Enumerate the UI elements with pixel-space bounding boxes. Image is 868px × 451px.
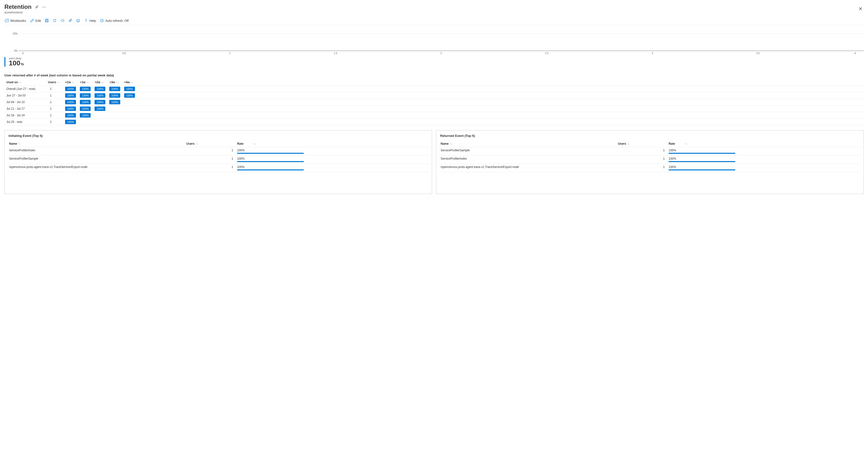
col-rate[interactable]: Rate↑↓: [667, 140, 861, 147]
table-row[interactable]: Overall (Jun 27 - now)1100%100%100%100%1…: [4, 86, 864, 92]
cell-week: 100%: [93, 99, 107, 105]
initiating-table: Name↑↓ Users↑↓ Rate↑↓ ServiceProfilerInd…: [7, 140, 429, 172]
cell-week-empty: [107, 119, 122, 125]
retention-header-row: Used on↑↓ Users↑↓ <1w↑↓ +1w↑↓ +2w↑↓ +3w↑…: [4, 79, 864, 86]
panels-row: Initiating Event (Top 5) Name↑↓ Users↑↓ …: [4, 130, 864, 194]
cell-week: 100%: [78, 99, 93, 105]
table-row[interactable]: Jun 27 - Jul 031100%100%100%100%100%: [4, 92, 864, 99]
col-name[interactable]: Name↑↓: [7, 140, 184, 147]
svg-rect-6: [46, 21, 48, 22]
help-button[interactable]: Help: [84, 19, 96, 23]
retention-badge: 100%: [124, 87, 135, 91]
retention-badge: 100%: [65, 100, 76, 104]
retention-badge: 100%: [95, 100, 105, 104]
col-users[interactable]: Users↑↓: [46, 79, 63, 86]
pin-toolbar-icon[interactable]: [68, 19, 72, 23]
rate-bar: [237, 169, 304, 170]
table-row[interactable]: Jul 04 - Jul 101100%100%100%100%: [4, 99, 864, 105]
rate-bar: [669, 169, 735, 170]
table-row[interactable]: /opencensus.proto.agent.trace.v1.TraceSe…: [439, 164, 861, 172]
sort-icon: ↑↓: [685, 142, 687, 145]
col-w4[interactable]: +4w↑↓: [122, 79, 137, 86]
cell-usedon: Jul 18 - Jul 24: [4, 112, 46, 119]
returned-panel: Returned Event (Top 5) Name↑↓ Users↑↓ Ra…: [436, 130, 864, 194]
col-users[interactable]: Users↑↓: [616, 140, 667, 147]
rate-bar: [669, 153, 735, 154]
table-row[interactable]: Jul 25 - now1100%: [4, 119, 864, 125]
col-name[interactable]: Name↑↓: [439, 140, 616, 147]
cell-week: 100%: [93, 86, 107, 92]
cell-spacer: [137, 112, 864, 119]
chart-grid: [19, 26, 864, 51]
metric-card: users (Avg) 100%: [4, 57, 864, 67]
save-icon[interactable]: [45, 19, 49, 23]
table-row[interactable]: ServiceProfilerIndex1100%: [7, 147, 429, 156]
cell-usedon: Jul 11 - Jul 17: [4, 105, 46, 112]
col-w0[interactable]: <1w↑↓: [63, 79, 78, 86]
table-row[interactable]: /opencensus.proto.agent.trace.v1.TraceSe…: [7, 164, 429, 172]
cell-week-empty: [107, 105, 122, 112]
cell-name: /opencensus.proto.agent.trace.v1.TraceSe…: [7, 164, 184, 172]
cell-name: /opencensus.proto.agent.trace.v1.TraceSe…: [439, 164, 616, 172]
workbooks-button[interactable]: Workbooks: [5, 19, 26, 23]
initiating-panel: Initiating Event (Top 5) Name↑↓ Users↑↓ …: [4, 130, 432, 194]
cell-spacer: [137, 86, 864, 92]
col-rate[interactable]: Rate↑↓: [235, 140, 429, 147]
cell-week: 100%: [78, 112, 93, 119]
cell-week: 100%: [63, 105, 78, 112]
rate-bar: [237, 153, 304, 154]
cell-usedon: Jun 27 - Jul 03: [4, 92, 46, 99]
retention-badge: 100%: [95, 93, 105, 98]
cell-week-empty: [107, 112, 122, 119]
toolbar: Workbooks Edit Help Auto refresh: Off: [4, 16, 864, 25]
table-row[interactable]: Jul 11 - Jul 171100%100%100%: [4, 105, 864, 112]
cell-week: 100%: [63, 86, 78, 92]
more-icon[interactable]: [42, 5, 46, 9]
returned-title: Returned Event (Top 5): [439, 134, 861, 138]
cell-rate: 100%: [235, 156, 429, 164]
cloud-icon[interactable]: [61, 19, 64, 23]
retention-badge: 100%: [80, 106, 91, 111]
cell-usedon: Overall (Jun 27 - now): [4, 86, 46, 92]
feedback-icon[interactable]: [76, 19, 80, 23]
metric-number: 100: [9, 59, 20, 67]
x-tick: 4: [855, 52, 856, 55]
col-w1[interactable]: +1w↑↓: [78, 79, 93, 86]
autorefresh-button[interactable]: Auto refresh: Off: [100, 19, 129, 23]
pin-icon[interactable]: [34, 5, 39, 9]
table-row[interactable]: Jul 18 - Jul 241100%100%: [4, 112, 864, 119]
cell-week-empty: [122, 119, 137, 125]
svg-point-0: [42, 7, 43, 7]
cell-week: 100%: [93, 92, 107, 99]
col-users[interactable]: Users↑↓: [184, 140, 235, 147]
svg-point-2: [45, 7, 45, 7]
retention-title: User returned after # of week (last colu…: [4, 73, 864, 77]
cell-users: 1: [616, 147, 667, 156]
cell-rate: 100%: [667, 156, 861, 164]
cell-users: 1: [46, 99, 63, 105]
cell-name: ServiceProfilerSample: [7, 156, 184, 164]
metric-value: 100%: [9, 60, 864, 67]
table-row[interactable]: ServiceProfilerIndex1100%: [439, 156, 861, 164]
table-row[interactable]: ServiceProfilerSample1100%: [7, 156, 429, 164]
col-w3[interactable]: +3w↑↓: [107, 79, 122, 86]
rate-text: 100%: [669, 149, 859, 152]
sort-icon: ↑↓: [450, 142, 452, 145]
sort-icon: ↑↓: [195, 142, 198, 145]
cell-week-empty: [93, 119, 107, 125]
retention-badge: 100%: [80, 100, 91, 104]
table-row[interactable]: ServiceProfilerSample1100%: [439, 147, 861, 156]
cell-users: 1: [46, 119, 63, 125]
cell-users: 1: [184, 164, 235, 172]
cell-week: 100%: [63, 112, 78, 119]
edit-button[interactable]: Edit: [30, 19, 41, 23]
col-w2[interactable]: +2w↑↓: [93, 79, 107, 86]
cell-users: 1: [184, 147, 235, 156]
cell-users: 1: [46, 86, 63, 92]
page-subtitle: acmefrontend: [4, 11, 32, 14]
col-usedon[interactable]: Used on↑↓: [4, 79, 46, 86]
refresh-icon[interactable]: [53, 19, 57, 23]
edit-label: Edit: [35, 19, 41, 23]
retention-badge: 100%: [65, 87, 76, 91]
close-button[interactable]: ✕: [858, 5, 864, 13]
